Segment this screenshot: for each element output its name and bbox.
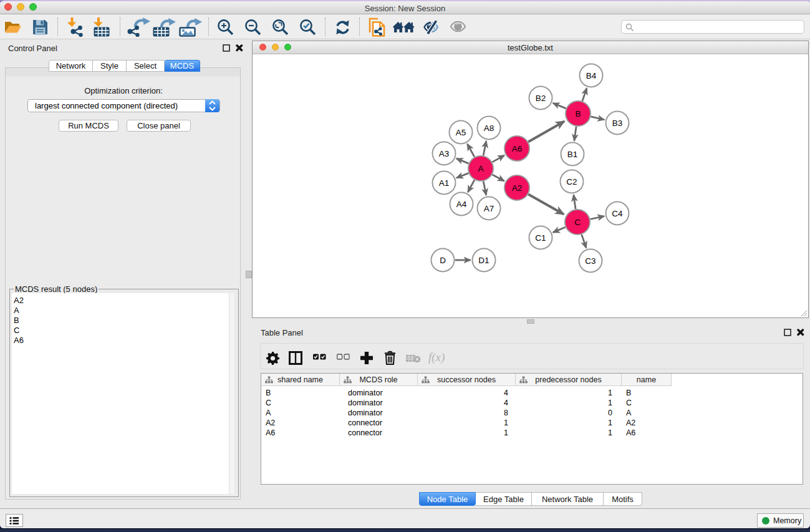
svg-text:A8: A8 xyxy=(484,123,494,133)
svg-text:A1: A1 xyxy=(439,178,450,188)
svg-text:C4: C4 xyxy=(612,209,623,218)
svg-text:A: A xyxy=(478,164,483,173)
svg-text:C2: C2 xyxy=(566,177,577,186)
svg-text:A2: A2 xyxy=(512,183,523,193)
svg-text:B1: B1 xyxy=(567,150,578,159)
svg-text:B2: B2 xyxy=(536,94,546,103)
svg-text:A6: A6 xyxy=(512,144,523,153)
svg-text:D1: D1 xyxy=(478,256,489,265)
svg-text:A7: A7 xyxy=(484,204,494,213)
svg-text:C1: C1 xyxy=(535,233,546,243)
svg-text:C3: C3 xyxy=(585,256,595,266)
svg-text:A4: A4 xyxy=(456,200,467,209)
svg-text:A3: A3 xyxy=(439,149,450,158)
svg-text:D: D xyxy=(440,256,446,265)
svg-text:B4: B4 xyxy=(586,71,597,80)
svg-text:A5: A5 xyxy=(456,128,466,137)
svg-text:B: B xyxy=(575,109,581,118)
svg-text:C: C xyxy=(574,218,581,227)
svg-text:B3: B3 xyxy=(612,118,623,128)
